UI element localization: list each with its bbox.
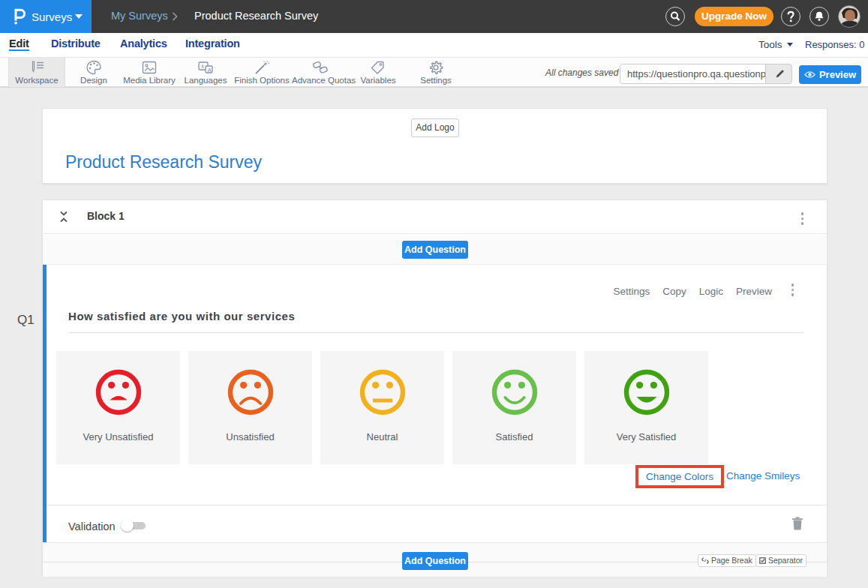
svg-text:A: A <box>208 67 212 74</box>
svg-text:x̄: x̄ <box>201 63 204 70</box>
